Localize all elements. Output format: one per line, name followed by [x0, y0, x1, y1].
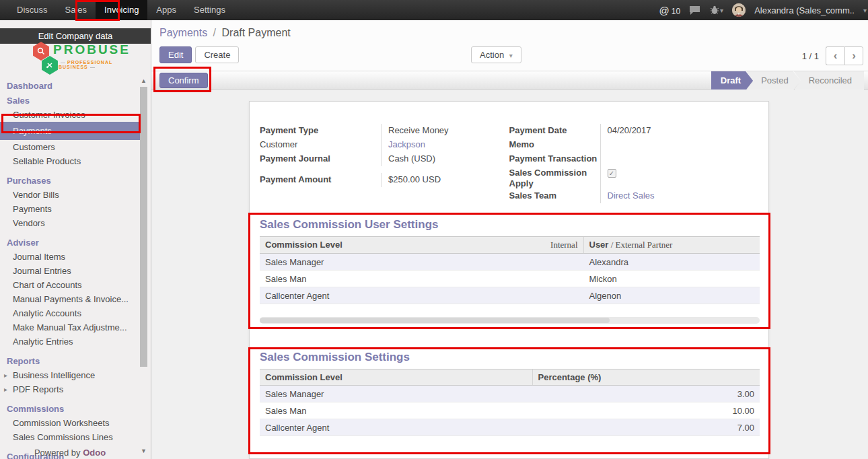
sidebar-item-label: PDF Reports	[13, 384, 63, 394]
sidebar-heading-reports[interactable]: Reports	[0, 353, 140, 368]
col-partner-fragment: / External Partner	[608, 240, 672, 250]
sidebar-heading-adviser[interactable]: Adviser	[0, 235, 140, 250]
breadcrumb-current: Draft Payment	[222, 27, 291, 38]
toolbar: Edit Create	[159, 46, 239, 63]
sidebar: Edit Company data PROBUSE PROFESSIONAL B…	[0, 20, 151, 459]
commission-user-settings-table: Commission Level Internal User / Externa…	[260, 236, 760, 304]
sidebar-item-sales-commissions-lines[interactable]: Sales Commissions Lines	[0, 430, 140, 444]
breadcrumb: Payments / Draft Payment	[159, 27, 291, 39]
sidebar-item-tax-adjustments[interactable]: Make Manual Tax Adjustme...	[0, 320, 140, 334]
commission-user-settings-title: Sales Commission User Settings	[260, 218, 758, 232]
logo-title: PROBUSE	[53, 42, 131, 57]
logo-subtitle: PROFESSIONAL BUSINESS	[59, 60, 131, 69]
menu-invoicing[interactable]: Invoicing	[96, 0, 147, 20]
menu-settings[interactable]: Settings	[185, 0, 234, 20]
cell-percentage: 10.00	[532, 402, 760, 419]
powered-prefix: Powered by	[34, 448, 83, 458]
statusbar: Confirm Draft Posted Reconciled	[151, 71, 868, 90]
menu-discuss[interactable]: Discuss	[8, 0, 57, 20]
create-button[interactable]: Create	[195, 46, 239, 63]
sidebar-item-vendor-bills[interactable]: Vendor Bills	[0, 188, 140, 202]
sidebar-item-analytic-entries[interactable]: Analytic Entries	[0, 334, 140, 349]
cell-level: Sales Man	[260, 271, 583, 287]
cell-percentage: 7.00	[532, 419, 760, 436]
payment-transaction-label: Payment Transaction	[509, 152, 600, 166]
col-commission-level[interactable]: Commission Level	[265, 240, 342, 250]
col-commission-level[interactable]: Commission Level	[260, 369, 532, 386]
table-row[interactable]: Sales Man Mickon	[260, 271, 760, 287]
sidebar-item-dashboard[interactable]: Dashboard	[0, 78, 140, 93]
sidebar-item-analytic-accounts[interactable]: Analytic Accounts	[0, 306, 140, 320]
menu-sales[interactable]: Sales	[57, 0, 96, 20]
menu-apps[interactable]: Apps	[147, 0, 185, 20]
scrollbar-thumb[interactable]	[140, 87, 147, 367]
customer-link[interactable]: Jackpson	[381, 138, 499, 152]
edit-button[interactable]: Edit	[159, 46, 192, 63]
status-widget: Draft Posted Reconciled	[711, 71, 864, 90]
scrollbar-thumb[interactable]	[260, 318, 610, 323]
sales-commission-apply-label: Sales Commission Apply	[509, 166, 600, 189]
sidebar-item-label: Business Intelligence	[13, 370, 95, 380]
scroll-up-icon[interactable]: ▲	[139, 77, 149, 84]
cell-level: Sales Manager	[260, 254, 583, 271]
payment-amount-label: Payment Amount	[260, 173, 381, 187]
table-row[interactable]: Callcenter Agent 7.00	[260, 419, 760, 436]
customer-label: Customer	[260, 138, 381, 152]
topbar-right: @ 10 ▾ Alexandra (Sales_comm.. ▾	[659, 0, 868, 20]
confirm-button[interactable]: Confirm	[159, 73, 208, 88]
caret-down-icon: ▾	[720, 7, 723, 14]
cell-level: Callcenter Agent	[260, 419, 532, 436]
sales-commission-apply-checkbox[interactable]: ✓	[608, 169, 616, 178]
sidebar-heading-purchases[interactable]: Purchases	[0, 173, 140, 188]
sidebar-item-journal-entries[interactable]: Journal Entries	[0, 264, 140, 278]
pager-value: 1 / 1	[802, 51, 819, 61]
sidebar-scrollbar[interactable]: ▲ ▼	[139, 77, 149, 454]
sidebar-menu: Dashboard Sales Customer Invoices Paymen…	[0, 78, 140, 459]
table-row[interactable]: Callcenter Agent Algenon	[260, 287, 760, 304]
col-user-fragment[interactable]: User	[589, 240, 609, 250]
sidebar-heading-sales[interactable]: Sales	[0, 93, 140, 108]
payment-date-label: Payment Date	[509, 124, 600, 138]
table-row[interactable]: Sales Man 10.00	[260, 402, 760, 419]
sidebar-item-vendors[interactable]: Vendors	[0, 216, 140, 230]
sales-team-label: Sales Team	[509, 189, 600, 203]
payment-date-value: 04/20/2017	[600, 124, 759, 138]
mentions-counter[interactable]: @ 10	[659, 5, 681, 16]
pager-next-button[interactable]: ›	[844, 46, 863, 65]
sidebar-item-payments-selected[interactable]: Payments	[0, 122, 140, 140]
sales-team-link[interactable]: Direct Sales	[600, 189, 759, 203]
odoo-link[interactable]: Odoo	[83, 448, 106, 458]
messages-icon[interactable]	[689, 5, 700, 15]
sidebar-item-commission-worksheets[interactable]: Commission Worksheets	[0, 416, 140, 430]
sidebar-item-sellable-products[interactable]: Sellable Products	[0, 154, 140, 168]
sidebar-item-pdf-reports[interactable]: ▸ PDF Reports	[0, 382, 140, 396]
commission-settings-table: Commission Level Percentage (%) Sales Ma…	[260, 369, 760, 436]
sidebar-item-manual-payments[interactable]: Manual Payments & Invoice...	[0, 292, 140, 306]
sidebar-heading-commissions[interactable]: Commissions	[0, 401, 140, 416]
payment-type-label: Payment Type	[260, 124, 381, 138]
payment-type-value: Receive Money	[381, 124, 499, 138]
status-draft[interactable]: Draft	[711, 71, 753, 90]
scroll-down-icon[interactable]: ▼	[139, 448, 149, 454]
debug-bug-icon[interactable]: ▾	[709, 5, 723, 15]
col-percentage[interactable]: Percentage (%)	[532, 369, 760, 386]
col-internal-fragment: Internal	[550, 240, 577, 250]
sidebar-item-customers[interactable]: Customers	[0, 140, 140, 154]
sidebar-item-payments-purchase[interactable]: Payments	[0, 202, 140, 216]
sidebar-item-journal-items[interactable]: Journal Items	[0, 250, 140, 264]
status-posted[interactable]: Posted	[746, 71, 800, 90]
payment-journal-value: Cash (USD)	[381, 152, 499, 166]
sidebar-item-chart-of-accounts[interactable]: Chart of Accounts	[0, 278, 140, 292]
breadcrumb-payments[interactable]: Payments	[159, 27, 207, 38]
sidebar-item-customer-invoices[interactable]: Customer Invoices	[0, 108, 140, 122]
sidebar-item-business-intelligence[interactable]: ▸ Business Intelligence	[0, 368, 140, 382]
user-menu[interactable]: Alexandra (Sales_comm..	[754, 5, 855, 15]
table-row[interactable]: Sales Manager 3.00	[260, 386, 760, 402]
pager-previous-button[interactable]: ‹	[826, 46, 844, 65]
status-reconciled[interactable]: Reconciled	[794, 71, 864, 90]
payment-form: Payment Type Receive Money Customer Jack…	[260, 124, 758, 203]
action-dropdown-button[interactable]: Action ▾	[471, 46, 521, 63]
table-horizontal-scrollbar[interactable]	[260, 317, 760, 324]
table-row[interactable]: Sales Manager Alexandra	[260, 254, 760, 271]
user-avatar[interactable]	[732, 3, 746, 17]
